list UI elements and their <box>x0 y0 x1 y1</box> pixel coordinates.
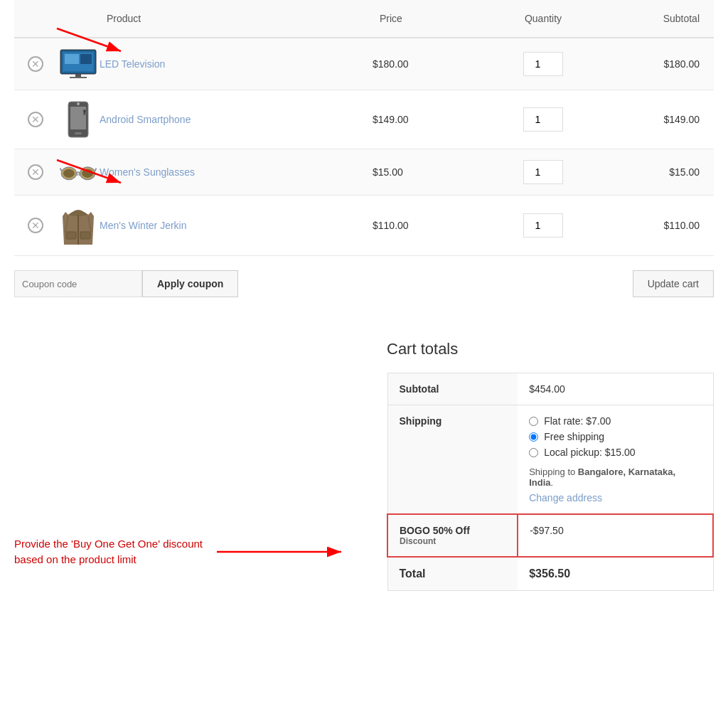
coupon-code-input[interactable] <box>14 270 142 297</box>
subtotal-jacket: $110.00 <box>607 220 714 231</box>
svg-point-22 <box>76 174 78 176</box>
product-name-jacket: Men's Winter Jerkin <box>100 220 373 231</box>
change-address-link[interactable]: Change address <box>529 492 701 503</box>
shipping-options-cell: Flat rate: $7.00 Free shipping Local pic… <box>518 405 713 515</box>
remove-button-phone[interactable]: ✕ <box>28 112 43 127</box>
bogo-note: Provide the 'Buy One Get One' discount b… <box>14 536 203 568</box>
product-image-sunglasses <box>57 162 100 182</box>
cart-row: ✕ LED Television $180.00 $1 <box>14 38 714 90</box>
shipping-radio-flat[interactable] <box>529 417 538 426</box>
cart-totals-section: Cart totals Subtotal $454.00 Shipping <box>14 340 714 619</box>
shipping-option-free: Free shipping <box>529 431 701 442</box>
subtotal-row: Subtotal $454.00 <box>387 373 713 405</box>
cart-totals-title: Cart totals <box>387 340 714 358</box>
svg-point-19 <box>82 169 93 178</box>
sunglasses-image-svg <box>60 162 97 182</box>
product-link-phone[interactable]: Android Smartphone <box>100 114 191 125</box>
quantity-input-tv[interactable] <box>523 52 563 76</box>
coupon-row: Apply coupon Update cart <box>14 256 714 311</box>
product-image-tv <box>57 49 100 79</box>
subtotal-sunglasses: $15.00 <box>607 166 714 178</box>
quantity-input-phone[interactable] <box>523 107 563 132</box>
tv-image-svg <box>60 49 97 79</box>
shipping-option-flat: Flat rate: $7.00 <box>529 415 701 427</box>
svg-point-17 <box>63 169 75 178</box>
shipping-label-flat[interactable]: Flat rate: $7.00 <box>544 415 611 427</box>
svg-rect-5 <box>65 54 79 64</box>
shipping-radio-pickup[interactable] <box>529 448 538 457</box>
col-header-remove <box>14 7 57 30</box>
update-cart-button[interactable]: Update cart <box>633 270 714 297</box>
remove-button-jacket[interactable]: ✕ <box>28 218 43 233</box>
svg-point-11 <box>77 102 80 105</box>
shipping-to: Shipping to Bangalore, Karnataka, India. <box>529 467 701 488</box>
col-header-price: Price <box>373 7 479 30</box>
price-tv: $180.00 <box>373 58 479 70</box>
shipping-label-free[interactable]: Free shipping <box>544 431 604 442</box>
svg-rect-12 <box>75 132 82 134</box>
col-header-quantity: Quantity <box>479 7 607 30</box>
product-image-jacket <box>57 206 100 245</box>
svg-rect-8 <box>70 77 87 78</box>
cart-row: ✕ <box>14 149 714 196</box>
cart-row: ✕ <box>14 196 714 256</box>
svg-point-23 <box>78 174 80 176</box>
svg-rect-6 <box>80 54 92 64</box>
shipping-option-pickup: Local pickup: $15.00 <box>529 447 701 458</box>
product-name-phone: Android Smartphone <box>100 114 373 125</box>
remove-button-tv[interactable]: ✕ <box>28 56 43 72</box>
remove-button-sunglasses[interactable]: ✕ <box>28 164 43 180</box>
bogo-arrow-svg <box>210 534 352 570</box>
col-header-image <box>57 7 100 30</box>
col-header-subtotal: Subtotal <box>607 7 714 30</box>
price-jacket: $110.00 <box>373 220 479 231</box>
bogo-annotation: Provide the 'Buy One Get One' discount b… <box>14 534 714 570</box>
subtotal-tv: $180.00 <box>607 58 714 70</box>
product-link-sunglasses[interactable]: Women's Sunglasses <box>100 166 195 178</box>
shipping-label-pickup[interactable]: Local pickup: $15.00 <box>544 447 635 458</box>
svg-line-20 <box>60 169 62 171</box>
svg-line-21 <box>95 169 97 171</box>
product-image-phone <box>57 101 100 138</box>
shipping-row: Shipping Flat rate: $7.00 Free shipping <box>387 405 713 515</box>
apply-coupon-button[interactable]: Apply coupon <box>142 270 238 297</box>
subtotal-label: Subtotal <box>387 373 518 405</box>
price-phone: $149.00 <box>373 114 479 125</box>
quantity-input-sunglasses[interactable] <box>523 160 563 184</box>
svg-rect-27 <box>66 232 76 239</box>
product-name-tv: LED Television <box>100 58 373 70</box>
subtotal-phone: $149.00 <box>607 114 714 125</box>
shipping-radio-free[interactable] <box>529 432 538 442</box>
cart-row: ✕ Android Smartphone $149.00 <box>14 90 714 149</box>
product-link-tv[interactable]: LED Television <box>100 58 165 70</box>
quantity-input-jacket[interactable] <box>523 213 563 238</box>
subtotal-value: $454.00 <box>518 373 713 405</box>
svg-point-15 <box>84 112 85 114</box>
product-name-sunglasses: Women's Sunglasses <box>100 166 373 178</box>
phone-image-svg <box>68 101 89 138</box>
svg-rect-28 <box>80 232 90 239</box>
col-header-product: Product <box>100 7 373 30</box>
svg-rect-7 <box>75 74 81 77</box>
jacket-image-svg <box>63 206 94 245</box>
product-link-jacket[interactable]: Men's Winter Jerkin <box>100 220 186 231</box>
price-sunglasses: $15.00 <box>373 166 479 178</box>
cart-table-header: Product Price Quantity Subtotal <box>14 0 714 38</box>
svg-point-14 <box>84 110 86 112</box>
shipping-label: Shipping <box>387 405 518 515</box>
